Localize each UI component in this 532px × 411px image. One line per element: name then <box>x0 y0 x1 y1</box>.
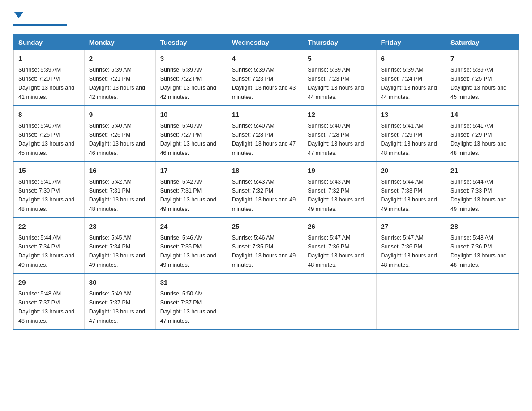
day-info: Sunrise: 5:40 AMSunset: 7:26 PMDaylight:… <box>89 123 145 156</box>
calendar-cell: 27 Sunrise: 5:47 AMSunset: 7:36 PMDaylig… <box>376 218 446 274</box>
day-number: 19 <box>308 166 371 176</box>
calendar-week-row: 29 Sunrise: 5:48 AMSunset: 7:37 PMDaylig… <box>14 274 519 330</box>
calendar-week-row: 22 Sunrise: 5:44 AMSunset: 7:34 PMDaylig… <box>14 218 519 274</box>
day-number: 3 <box>160 54 223 64</box>
day-number: 15 <box>18 166 80 176</box>
day-info: Sunrise: 5:47 AMSunset: 7:36 PMDaylight:… <box>308 235 364 268</box>
calendar-cell: 16 Sunrise: 5:42 AMSunset: 7:31 PMDaylig… <box>84 162 155 218</box>
calendar-cell: 12 Sunrise: 5:40 AMSunset: 7:28 PMDaylig… <box>303 106 376 162</box>
col-header-wednesday: Wednesday <box>227 35 303 50</box>
calendar-cell: 23 Sunrise: 5:45 AMSunset: 7:34 PMDaylig… <box>84 218 155 274</box>
day-number: 2 <box>89 54 151 64</box>
calendar-cell: 20 Sunrise: 5:44 AMSunset: 7:33 PMDaylig… <box>376 162 446 218</box>
day-number: 26 <box>308 222 371 232</box>
day-info: Sunrise: 5:40 AMSunset: 7:28 PMDaylight:… <box>308 123 364 156</box>
day-info: Sunrise: 5:48 AMSunset: 7:37 PMDaylight:… <box>18 291 74 324</box>
day-info: Sunrise: 5:39 AMSunset: 7:25 PMDaylight:… <box>450 67 506 100</box>
col-header-monday: Monday <box>84 35 155 50</box>
calendar-cell: 26 Sunrise: 5:47 AMSunset: 7:36 PMDaylig… <box>303 218 376 274</box>
day-info: Sunrise: 5:41 AMSunset: 7:30 PMDaylight:… <box>18 179 74 212</box>
calendar-header-row: SundayMondayTuesdayWednesdayThursdayFrid… <box>14 35 519 50</box>
day-number: 12 <box>308 110 371 120</box>
calendar-cell: 2 Sunrise: 5:39 AMSunset: 7:21 PMDayligh… <box>84 50 155 106</box>
logo <box>13 9 67 26</box>
logo-general-text <box>13 9 23 23</box>
calendar-cell: 13 Sunrise: 5:41 AMSunset: 7:29 PMDaylig… <box>376 106 446 162</box>
calendar-cell: 19 Sunrise: 5:43 AMSunset: 7:32 PMDaylig… <box>303 162 376 218</box>
calendar-week-row: 8 Sunrise: 5:40 AMSunset: 7:25 PMDayligh… <box>14 106 519 162</box>
calendar-cell: 6 Sunrise: 5:39 AMSunset: 7:24 PMDayligh… <box>376 50 446 106</box>
day-number: 11 <box>232 110 299 120</box>
calendar-cell <box>227 274 303 330</box>
day-number: 7 <box>450 54 514 64</box>
day-number: 25 <box>232 222 299 232</box>
calendar-cell: 21 Sunrise: 5:44 AMSunset: 7:33 PMDaylig… <box>446 162 519 218</box>
calendar-cell: 5 Sunrise: 5:39 AMSunset: 7:23 PMDayligh… <box>303 50 376 106</box>
day-info: Sunrise: 5:46 AMSunset: 7:35 PMDaylight:… <box>160 235 216 268</box>
day-info: Sunrise: 5:44 AMSunset: 7:33 PMDaylight:… <box>450 179 506 212</box>
day-info: Sunrise: 5:41 AMSunset: 7:29 PMDaylight:… <box>381 123 437 156</box>
calendar-cell: 22 Sunrise: 5:44 AMSunset: 7:34 PMDaylig… <box>14 218 85 274</box>
day-number: 22 <box>18 222 80 232</box>
day-number: 27 <box>381 222 442 232</box>
day-number: 8 <box>18 110 80 120</box>
calendar-cell <box>303 274 376 330</box>
day-info: Sunrise: 5:42 AMSunset: 7:31 PMDaylight:… <box>89 179 145 212</box>
day-number: 6 <box>381 54 442 64</box>
day-info: Sunrise: 5:47 AMSunset: 7:36 PMDaylight:… <box>381 235 437 268</box>
calendar-table: SundayMondayTuesdayWednesdayThursdayFrid… <box>13 34 519 330</box>
day-info: Sunrise: 5:44 AMSunset: 7:33 PMDaylight:… <box>381 179 437 212</box>
day-number: 17 <box>160 166 223 176</box>
calendar-cell: 3 Sunrise: 5:39 AMSunset: 7:22 PMDayligh… <box>155 50 227 106</box>
day-info: Sunrise: 5:39 AMSunset: 7:23 PMDaylight:… <box>308 67 364 100</box>
day-number: 13 <box>381 110 442 120</box>
calendar-cell: 15 Sunrise: 5:41 AMSunset: 7:30 PMDaylig… <box>14 162 85 218</box>
day-info: Sunrise: 5:50 AMSunset: 7:37 PMDaylight:… <box>160 291 216 324</box>
day-info: Sunrise: 5:48 AMSunset: 7:36 PMDaylight:… <box>450 235 506 268</box>
calendar-cell: 10 Sunrise: 5:40 AMSunset: 7:27 PMDaylig… <box>155 106 227 162</box>
day-number: 5 <box>308 54 371 64</box>
calendar-cell: 17 Sunrise: 5:42 AMSunset: 7:31 PMDaylig… <box>155 162 227 218</box>
calendar-cell: 4 Sunrise: 5:39 AMSunset: 7:23 PMDayligh… <box>227 50 303 106</box>
day-number: 9 <box>89 110 151 120</box>
day-number: 18 <box>232 166 299 176</box>
calendar-cell <box>446 274 519 330</box>
day-info: Sunrise: 5:40 AMSunset: 7:25 PMDaylight:… <box>18 123 74 156</box>
day-number: 24 <box>160 222 223 232</box>
calendar-cell: 25 Sunrise: 5:46 AMSunset: 7:35 PMDaylig… <box>227 218 303 274</box>
calendar-cell: 7 Sunrise: 5:39 AMSunset: 7:25 PMDayligh… <box>446 50 519 106</box>
calendar-cell: 30 Sunrise: 5:49 AMSunset: 7:37 PMDaylig… <box>84 274 155 330</box>
calendar-cell: 24 Sunrise: 5:46 AMSunset: 7:35 PMDaylig… <box>155 218 227 274</box>
day-info: Sunrise: 5:49 AMSunset: 7:37 PMDaylight:… <box>89 291 145 324</box>
calendar-cell: 14 Sunrise: 5:41 AMSunset: 7:29 PMDaylig… <box>446 106 519 162</box>
calendar-cell: 8 Sunrise: 5:40 AMSunset: 7:25 PMDayligh… <box>14 106 85 162</box>
calendar-cell: 18 Sunrise: 5:43 AMSunset: 7:32 PMDaylig… <box>227 162 303 218</box>
day-info: Sunrise: 5:39 AMSunset: 7:24 PMDaylight:… <box>381 67 437 100</box>
day-number: 30 <box>89 278 151 288</box>
day-info: Sunrise: 5:41 AMSunset: 7:29 PMDaylight:… <box>450 123 506 156</box>
day-number: 29 <box>18 278 80 288</box>
day-info: Sunrise: 5:42 AMSunset: 7:31 PMDaylight:… <box>160 179 216 212</box>
col-header-sunday: Sunday <box>14 35 85 50</box>
calendar-cell: 11 Sunrise: 5:40 AMSunset: 7:28 PMDaylig… <box>227 106 303 162</box>
calendar-cell: 31 Sunrise: 5:50 AMSunset: 7:37 PMDaylig… <box>155 274 227 330</box>
day-number: 10 <box>160 110 223 120</box>
day-info: Sunrise: 5:39 AMSunset: 7:20 PMDaylight:… <box>18 67 74 100</box>
day-number: 14 <box>450 110 514 120</box>
calendar-week-row: 15 Sunrise: 5:41 AMSunset: 7:30 PMDaylig… <box>14 162 519 218</box>
col-header-friday: Friday <box>376 35 446 50</box>
calendar-cell: 29 Sunrise: 5:48 AMSunset: 7:37 PMDaylig… <box>14 274 85 330</box>
calendar-week-row: 1 Sunrise: 5:39 AMSunset: 7:20 PMDayligh… <box>14 50 519 106</box>
col-header-saturday: Saturday <box>446 35 519 50</box>
day-number: 1 <box>18 54 80 64</box>
day-info: Sunrise: 5:40 AMSunset: 7:27 PMDaylight:… <box>160 123 216 156</box>
day-number: 21 <box>450 166 514 176</box>
col-header-tuesday: Tuesday <box>155 35 227 50</box>
day-number: 20 <box>381 166 442 176</box>
day-info: Sunrise: 5:43 AMSunset: 7:32 PMDaylight:… <box>232 179 296 212</box>
day-number: 16 <box>89 166 151 176</box>
day-number: 4 <box>232 54 299 64</box>
day-info: Sunrise: 5:39 AMSunset: 7:21 PMDaylight:… <box>89 67 145 100</box>
day-info: Sunrise: 5:39 AMSunset: 7:23 PMDaylight:… <box>232 67 296 100</box>
calendar-cell: 28 Sunrise: 5:48 AMSunset: 7:36 PMDaylig… <box>446 218 519 274</box>
